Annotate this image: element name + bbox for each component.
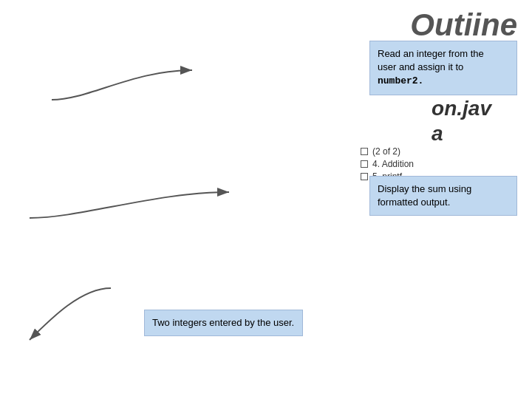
bullet-text: 4. Addition: [372, 159, 414, 169]
arrow-bottom-svg: [22, 281, 155, 355]
onjava-title: on.jav a: [432, 96, 491, 146]
info-box-top: Read an integer from the user and assign…: [369, 41, 517, 95]
two-integers-box: Two integers entered by the user.: [144, 310, 303, 336]
bullet-icon: [361, 173, 368, 180]
bullet-text: (2 of 2): [372, 146, 400, 157]
info-line2: user and assign it to: [378, 61, 463, 72]
info-code: number2.: [378, 75, 423, 86]
list-item: (2 of 2): [361, 146, 414, 157]
display-sum-box: Display the sum using formatted output.: [369, 176, 517, 216]
bullet-icon: [361, 160, 368, 168]
onjava-line1: on.jav: [432, 97, 491, 120]
arrow-mid-svg: [22, 174, 303, 233]
arrow-top-svg: [44, 55, 266, 115]
onjava-line2: a: [432, 122, 443, 145]
list-item: 4. Addition: [361, 159, 414, 169]
info-line1: Read an integer from the: [378, 48, 484, 59]
page-title: Outiine: [410, 7, 517, 43]
bullet-icon: [361, 148, 368, 155]
